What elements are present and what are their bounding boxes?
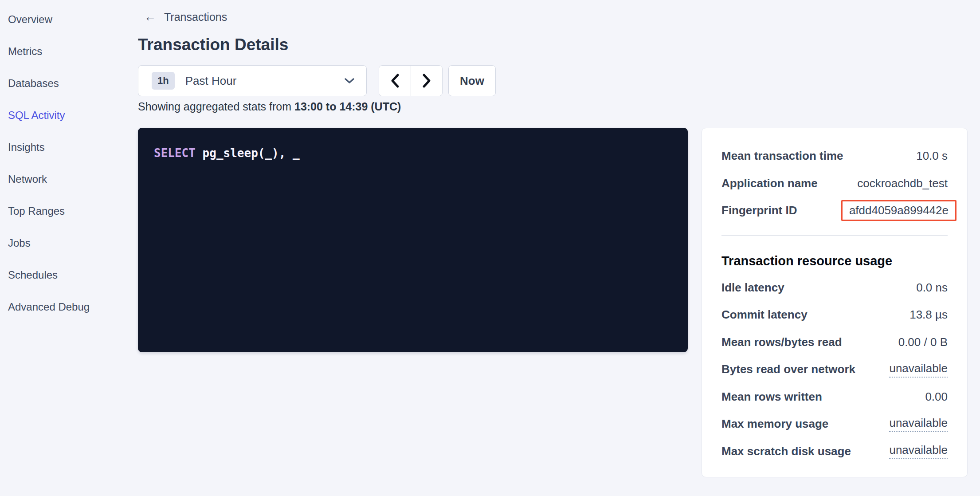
stat-label: Mean rows written <box>721 390 822 404</box>
stat-row-bytes-read-over-network: Bytes read over network unavailable <box>721 356 948 383</box>
stat-row-application-name: Application name cockroachdb_test <box>721 170 948 197</box>
stat-label: Application name <box>721 177 818 190</box>
now-button[interactable]: Now <box>448 65 496 96</box>
resource-usage-heading: Transaction resource usage <box>721 253 948 269</box>
sidebar-item-network[interactable]: Network <box>8 163 133 195</box>
summary-range: 13:00 to 14:39 (UTC) <box>294 100 401 113</box>
sql-statement-box: SELECT pg_sleep(_), _ <box>138 128 688 352</box>
stat-value: 0.00 <box>925 390 948 404</box>
sidebar-item-databases[interactable]: Databases <box>8 67 133 99</box>
stat-row-fingerprint-id: Fingerprint ID afdd4059a899442e <box>721 197 948 224</box>
stat-label: Mean rows/bytes read <box>721 335 842 349</box>
time-range-dropdown[interactable]: 1h Past Hour <box>138 65 367 96</box>
stat-value-unavailable: unavailable <box>889 416 948 432</box>
sql-keyword: SELECT <box>154 146 196 160</box>
stat-label: Max scratch disk usage <box>721 445 851 458</box>
sidebar-item-insights[interactable]: Insights <box>8 131 133 163</box>
stat-row-mean-rows-bytes-read: Mean rows/bytes read 0.00 / 0 B <box>721 329 948 356</box>
stat-label: Bytes read over network <box>721 362 855 376</box>
sidebar-item-schedules[interactable]: Schedules <box>8 259 133 291</box>
page-title: Transaction Details <box>138 35 288 54</box>
next-interval-button[interactable] <box>411 66 442 96</box>
sql-statement: SELECT pg_sleep(_), _ <box>154 146 672 160</box>
stat-row-idle-latency: Idle latency 0.0 ns <box>721 274 948 302</box>
time-range-badge: 1h <box>152 72 175 90</box>
summary-prefix: Showing aggregated stats from <box>138 100 294 113</box>
aggregated-stats-summary: Showing aggregated stats from 13:00 to 1… <box>138 100 401 113</box>
stat-row-commit-latency: Commit latency 13.8 µs <box>721 301 948 329</box>
stat-label: Max memory usage <box>721 417 828 431</box>
time-range-selected: Past Hour <box>185 74 344 88</box>
stat-row-mean-rows-written: Mean rows written 0.00 <box>721 383 948 411</box>
sidebar: Overview Metrics Databases SQL Activity … <box>0 0 133 496</box>
stat-label: Commit latency <box>721 308 808 322</box>
sidebar-item-metrics[interactable]: Metrics <box>8 35 133 67</box>
back-arrow-icon: ← <box>144 11 156 23</box>
breadcrumb-label: Transactions <box>164 11 227 24</box>
stat-row-max-scratch-disk-usage: Max scratch disk usage unavailable <box>721 438 948 465</box>
stat-value-unavailable: unavailable <box>889 362 948 378</box>
breadcrumb[interactable]: ← Transactions <box>144 11 227 24</box>
panel-divider <box>721 235 948 236</box>
stat-label: Idle latency <box>721 281 784 295</box>
stat-value: 0.00 / 0 B <box>898 335 948 349</box>
chevron-down-icon <box>344 78 355 84</box>
sidebar-item-top-ranges[interactable]: Top Ranges <box>8 195 133 227</box>
stat-row-max-memory-usage: Max memory usage unavailable <box>721 410 948 438</box>
summary-stats-group: Mean transaction time 10.0 s Application… <box>721 142 948 224</box>
sidebar-item-advanced-debug[interactable]: Advanced Debug <box>8 291 133 323</box>
stat-value: 10.0 s <box>916 149 948 163</box>
resource-stats-group: Idle latency 0.0 ns Commit latency 13.8 … <box>721 274 948 465</box>
stat-value: cockroachdb_test <box>857 177 948 190</box>
fingerprint-id-highlight-box: afdd4059a899442e <box>841 200 956 221</box>
time-nav-group <box>379 65 443 96</box>
sidebar-item-jobs[interactable]: Jobs <box>8 227 133 259</box>
stat-label: Fingerprint ID <box>721 204 797 217</box>
sidebar-item-sql-activity[interactable]: SQL Activity <box>8 99 133 131</box>
sql-body: pg_sleep(_), _ <box>196 146 300 160</box>
stat-value: 13.8 µs <box>909 308 948 322</box>
stat-value-unavailable: unavailable <box>889 443 948 459</box>
main-content: ← Transactions Transaction Details 1h Pa… <box>138 0 980 496</box>
previous-interval-button[interactable] <box>379 66 411 96</box>
stat-row-mean-transaction-time: Mean transaction time 10.0 s <box>721 142 948 170</box>
transaction-details-panel: Mean transaction time 10.0 s Application… <box>702 128 968 477</box>
chevron-left-icon <box>390 73 400 88</box>
stat-label: Mean transaction time <box>721 149 843 163</box>
stat-value: 0.0 ns <box>916 281 948 295</box>
chevron-right-icon <box>422 73 431 88</box>
sidebar-item-overview[interactable]: Overview <box>8 4 133 35</box>
